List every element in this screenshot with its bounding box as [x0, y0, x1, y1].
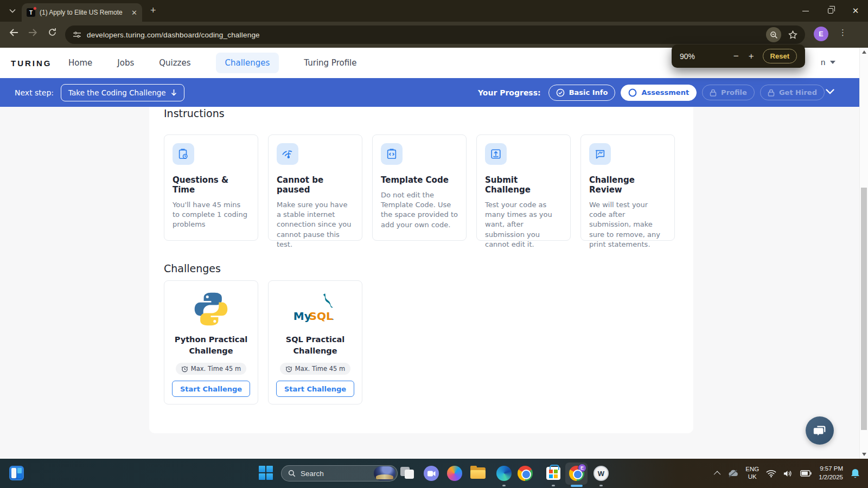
- zoom-in-button[interactable]: +: [749, 51, 754, 62]
- sql-challenge-card: My SQL . SQL Practical Challenge Max. Ti…: [268, 280, 362, 404]
- nav-item-quizzes[interactable]: Quizzes: [159, 58, 190, 68]
- onedrive-paused-icon[interactable]: [727, 470, 738, 478]
- python-challenge-card: Python Practical Challenge Max. Time 45 …: [164, 280, 258, 404]
- instructions-heading: Instructions: [164, 107, 225, 119]
- step-label: Profile: [721, 88, 747, 97]
- step-get-hired: Get Hired: [760, 85, 825, 100]
- bookmark-star-icon[interactable]: [788, 30, 797, 40]
- back-icon[interactable]: [9, 28, 18, 37]
- reload-icon[interactable]: [48, 28, 57, 37]
- active-indicator-chrome: [571, 485, 583, 487]
- start-button[interactable]: [259, 466, 273, 480]
- chrome-profile-icon[interactable]: E: [569, 466, 584, 481]
- taskbar-search[interactable]: Search: [281, 465, 398, 481]
- copilot-icon[interactable]: [447, 466, 462, 481]
- nav-item-turing-profile[interactable]: Turing Profile: [304, 58, 356, 68]
- start-challenge-button-sql[interactable]: Start Challenge: [276, 381, 354, 397]
- zoom-magnifier-icon[interactable]: [766, 27, 781, 42]
- step-label: Assessment: [641, 88, 689, 97]
- running-indicator-windscribe: [599, 485, 603, 486]
- nav-item-home[interactable]: Home: [68, 58, 92, 68]
- user-menu[interactable]: n: [821, 57, 835, 67]
- browser-menu-icon[interactable]: ⋮: [839, 28, 847, 37]
- video-app-icon[interactable]: [424, 466, 439, 481]
- progress-banner: Next step: Take the Coding Challenge You…: [0, 78, 859, 107]
- site-settings-icon[interactable]: [73, 30, 81, 39]
- progress-steps: Your Progress: Basic Info Assessment: [478, 85, 825, 101]
- next-step-label: Next step:: [15, 88, 54, 97]
- tab-search-icon[interactable]: [5, 4, 20, 18]
- notification-bell-icon[interactable]: [850, 468, 860, 479]
- windscribe-icon[interactable]: W: [593, 466, 609, 481]
- max-time-label: Max. Time 45 m: [191, 365, 241, 373]
- address-bar[interactable]: developers.turing.com/dashboard/coding_c…: [65, 25, 805, 44]
- svg-text:SQL: SQL: [309, 310, 333, 323]
- card-title: Submit Challenge: [485, 175, 562, 195]
- nav-item-challenges[interactable]: Challenges: [216, 53, 279, 73]
- chat-widget-button[interactable]: [806, 416, 834, 445]
- review-chat-icon: [589, 143, 611, 165]
- card-body: Do not edit the Template Code. Use the s…: [381, 190, 458, 230]
- edge-icon[interactable]: [496, 466, 512, 481]
- take-coding-challenge-button[interactable]: Take the Coding Challenge: [61, 84, 184, 101]
- max-time-label: Max. Time 45 m: [295, 365, 345, 373]
- step-assessment[interactable]: Assessment: [621, 85, 697, 101]
- microsoft-store-icon[interactable]: [546, 465, 560, 480]
- card-body: You'll have 45 mins to complete 1 coding…: [173, 200, 250, 230]
- battery-icon[interactable]: [800, 470, 812, 477]
- browser-profile-avatar[interactable]: E: [814, 27, 828, 41]
- browser-tabstrip: T (1) Apply to Elite US Remote De ✕ + ✕: [0, 0, 868, 22]
- chrome-icon[interactable]: [518, 466, 533, 481]
- running-indicator-store: [552, 485, 555, 486]
- tab-title: (1) Apply to Elite US Remote De: [40, 9, 124, 16]
- url-text[interactable]: developers.turing.com/dashboard/coding_c…: [87, 31, 260, 39]
- volume-icon[interactable]: [783, 470, 793, 478]
- search-icon: [288, 470, 296, 477]
- task-view-icon[interactable]: [400, 467, 414, 479]
- page-scrollbar[interactable]: [859, 48, 868, 459]
- forward-icon[interactable]: [28, 28, 38, 37]
- step-basic-info[interactable]: Basic Info: [548, 85, 616, 101]
- nav-item-jobs[interactable]: Jobs: [117, 58, 134, 68]
- close-icon[interactable]: ✕: [843, 0, 868, 22]
- start-challenge-button-python[interactable]: Start Challenge: [172, 381, 250, 397]
- notification-dot: [33, 7, 37, 10]
- turing-logo[interactable]: TURING: [11, 59, 52, 68]
- zoom-out-button[interactable]: −: [733, 51, 739, 62]
- python-logo: [193, 287, 229, 331]
- lock-icon: [710, 89, 717, 97]
- search-highlight-image[interactable]: [374, 466, 395, 480]
- challenges-heading: Challenges: [164, 262, 221, 274]
- scrollbar-thumb[interactable]: [861, 188, 867, 430]
- tray-chevron-up-icon[interactable]: [714, 471, 721, 478]
- wifi-tray-icon[interactable]: [766, 470, 776, 478]
- chevron-down-icon: [830, 61, 835, 64]
- new-tab-icon[interactable]: +: [150, 5, 156, 16]
- card-body: We will test your code after submission,…: [589, 200, 666, 249]
- scroll-up-icon[interactable]: [860, 50, 868, 54]
- card-submit-challenge: Submit Challenge Test your code as many …: [476, 134, 571, 241]
- tab-close-icon[interactable]: ✕: [131, 9, 137, 16]
- file-explorer-icon[interactable]: [470, 467, 486, 479]
- card-title: Challenge Review: [589, 175, 666, 195]
- banner-collapse-icon[interactable]: [826, 89, 834, 94]
- minimize-icon[interactable]: [793, 0, 818, 22]
- widgets-icon[interactable]: [9, 466, 24, 480]
- language-line1: ENG: [745, 466, 759, 472]
- step-profile: Profile: [702, 85, 755, 100]
- max-time-badge: Max. Time 45 m: [280, 363, 350, 375]
- card-body: Make sure you have a stable internet con…: [277, 200, 354, 249]
- scroll-down-icon[interactable]: [860, 453, 868, 456]
- svg-text:.: .: [332, 313, 334, 322]
- main-panel: Instructions Questions & Time You'll hav…: [149, 107, 693, 433]
- restore-icon[interactable]: [818, 0, 843, 22]
- circle-icon: [628, 88, 637, 97]
- card-template-code: Template Code Do not edit the Template C…: [372, 134, 467, 241]
- zoom-reset-button[interactable]: Reset: [763, 49, 797, 63]
- clock[interactable]: 9:57 PM 1/2/2025: [819, 465, 843, 481]
- instruction-cards: Questions & Time You'll have 45 mins to …: [164, 134, 675, 241]
- card-body: Test your code as many times as you want…: [485, 200, 562, 249]
- step-label: Get Hired: [779, 88, 817, 97]
- browser-tab[interactable]: T (1) Apply to Elite US Remote De ✕: [22, 3, 142, 22]
- language-indicator[interactable]: ENG UK: [745, 466, 759, 481]
